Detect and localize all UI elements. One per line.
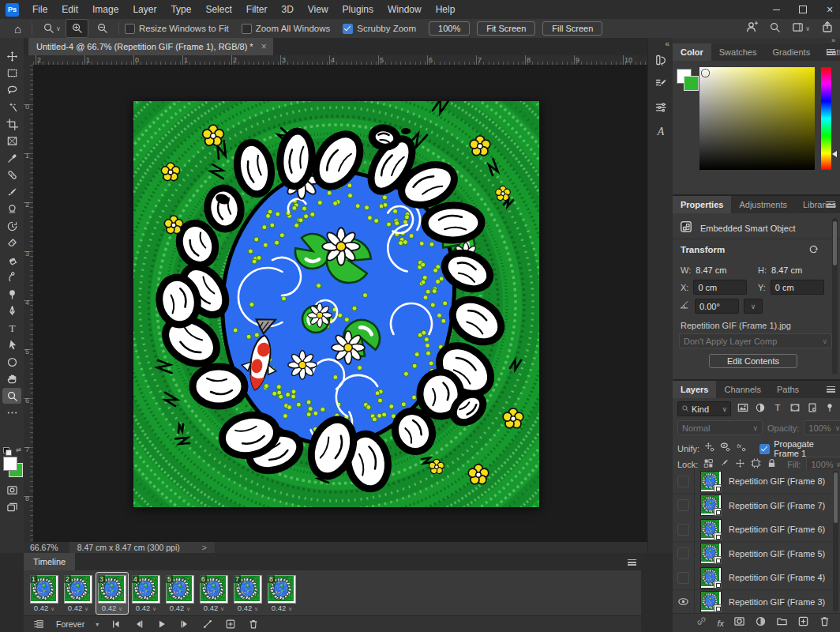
hue-slider-pointer[interactable] (832, 151, 837, 157)
zoom-out-button[interactable] (92, 20, 113, 37)
timeline-frame-3[interactable]: 30.42 ∨ (96, 573, 128, 614)
foreground-color-swatch[interactable] (3, 457, 17, 471)
frame-duration-dropdown[interactable]: 0.42 ∨ (62, 604, 94, 612)
layer-name[interactable]: Repetition GIF (Frame 6) (729, 525, 825, 534)
timeline-frame-1[interactable]: 10.42 ∨ (28, 573, 60, 614)
next-frame-button[interactable] (176, 617, 193, 631)
filter-toggle-icon[interactable] (824, 402, 835, 416)
tab-channels[interactable]: Channels (716, 381, 768, 398)
play-button[interactable] (153, 617, 171, 631)
eyedropper-tool[interactable] (2, 150, 21, 166)
timeline-frame-2[interactable]: 20.42 ∨ (62, 573, 94, 614)
character-panel-icon[interactable]: A (651, 122, 670, 141)
resize-windows-checkbox[interactable]: Resize Windows to Fit (125, 24, 229, 34)
menu-view[interactable]: View (301, 0, 336, 19)
layer-row[interactable]: Repetition GIF (Frame 5) (673, 542, 840, 566)
layer-thumbnail[interactable] (700, 519, 722, 540)
smudge-tool[interactable] (2, 269, 21, 285)
frame-duration-dropdown[interactable]: 0.42 ∨ (164, 604, 196, 612)
link-layers-icon[interactable] (696, 615, 707, 630)
unify-position-icon[interactable] (704, 442, 715, 456)
unify-visibility-icon[interactable] (720, 442, 731, 456)
layer-row[interactable]: Repetition GIF (Frame 4) (673, 566, 840, 590)
frame-duration-dropdown[interactable]: 0.42 ∨ (198, 604, 230, 612)
propagate-frame-checkbox[interactable]: Propagate Frame 1 (759, 439, 840, 458)
opacity-input[interactable]: 100%∨ (804, 420, 840, 435)
filter-type-icon[interactable]: T (772, 402, 783, 416)
layer-name[interactable]: Repetition GIF (Frame 7) (729, 501, 825, 510)
layer-row[interactable]: Repetition GIF (Frame 6) (673, 517, 840, 542)
filter-image-icon[interactable] (737, 402, 748, 416)
layer-style-icon[interactable]: fx (717, 619, 724, 628)
previous-frame-button[interactable] (130, 617, 148, 631)
pen-tool[interactable] (2, 303, 21, 319)
pasteboard[interactable] (33, 65, 647, 542)
add-mask-icon[interactable] (733, 615, 745, 630)
tab-close-icon[interactable]: × (261, 41, 267, 52)
convert-frames-icon[interactable] (30, 617, 47, 631)
color-field-cursor[interactable] (702, 70, 709, 77)
swap-colors-icon[interactable]: ⇄ (16, 446, 21, 453)
hue-slider[interactable] (821, 67, 831, 170)
new-group-icon[interactable] (776, 615, 788, 630)
history-panel-icon[interactable] (651, 51, 670, 70)
tab-color[interactable]: Color (673, 43, 711, 61)
brush-settings-panel-icon[interactable] (651, 74, 670, 93)
frame-tool[interactable] (2, 134, 21, 149)
timeline-frame-8[interactable]: 80.42 ∨ (266, 573, 298, 614)
visibility-toggle-well[interactable] (673, 542, 695, 566)
filter-adjustment-icon[interactable] (755, 402, 766, 416)
dodge-tool[interactable] (2, 286, 21, 302)
menu-filter[interactable]: Filter (239, 0, 275, 19)
layers-scrollbar[interactable] (833, 471, 838, 611)
maximize-button[interactable] (797, 4, 808, 15)
duplicate-frame-button[interactable] (222, 617, 239, 631)
zoom-tool[interactable] (2, 388, 21, 404)
angle-dropdown-icon[interactable]: ∨ (744, 299, 763, 314)
kind-filter-dropdown[interactable]: Kind ∨ (677, 401, 731, 416)
menu-edit[interactable]: Edit (54, 0, 85, 19)
new-layer-icon[interactable] (797, 615, 809, 630)
zoom-all-windows-checkbox[interactable]: Zoom All Windows (242, 24, 331, 34)
magic-wand-tool[interactable] (2, 100, 21, 115)
properties-panel-menu-icon[interactable] (827, 201, 835, 208)
layer-name[interactable]: Repetition GIF (Frame 8) (729, 476, 825, 486)
menu-type[interactable]: Type (163, 0, 198, 19)
menu-help[interactable]: Help (429, 0, 463, 19)
type-tool[interactable]: T (2, 320, 21, 336)
scrubby-zoom-checkbox[interactable]: Scrubby Zoom (343, 24, 416, 34)
color-panel-menu-icon[interactable] (827, 49, 835, 55)
crop-tool[interactable] (2, 116, 21, 132)
unify-style-icon[interactable]: fx (736, 442, 747, 456)
ellipse-shape-tool[interactable] (2, 354, 21, 370)
account-icon[interactable] (745, 21, 758, 36)
layer-thumbnail[interactable] (700, 567, 722, 589)
blend-mode-dropdown[interactable]: Normal∨ (677, 420, 763, 435)
zoom-in-button[interactable] (66, 19, 88, 38)
quick-mask-icon[interactable] (2, 482, 21, 498)
zoom-level-field[interactable]: 66.67% (30, 543, 58, 552)
timeline-frame-6[interactable]: 60.42 ∨ (198, 573, 230, 614)
timeline-menu-icon[interactable] (628, 559, 636, 566)
tween-button[interactable] (199, 617, 216, 631)
width-value[interactable]: 8.47 cm (696, 265, 726, 275)
layer-thumbnail[interactable] (700, 591, 722, 612)
menu-select[interactable]: Select (198, 0, 238, 19)
edit-contents-button[interactable]: Edit Contents (709, 354, 797, 368)
document-size-info[interactable]: 8.47 cm x 8.47 cm (300 ppi) > (69, 542, 215, 553)
layer-comp-dropdown[interactable]: Don't Apply Layer Comp∨ (679, 333, 832, 348)
frame-duration-dropdown[interactable]: 0.42 ∨ (232, 604, 264, 612)
x-input[interactable]: 0 cm (693, 280, 747, 295)
tab-properties[interactable]: Properties (673, 196, 731, 213)
brush-tool[interactable] (2, 184, 21, 200)
visibility-toggle-well[interactable] (673, 566, 695, 589)
menu-plugins[interactable]: Plugins (336, 0, 381, 19)
visibility-toggle-well[interactable] (673, 469, 695, 493)
tab-adjustments[interactable]: Adjustments (731, 196, 795, 213)
fit-screen-button[interactable]: Fit Screen (477, 21, 535, 36)
hand-tool[interactable] (2, 371, 21, 387)
saturation-brightness-field[interactable] (699, 67, 815, 170)
collapse-dock-icon[interactable]: « (665, 40, 669, 48)
delete-frame-button[interactable] (245, 617, 262, 631)
share-icon[interactable] (821, 21, 834, 36)
